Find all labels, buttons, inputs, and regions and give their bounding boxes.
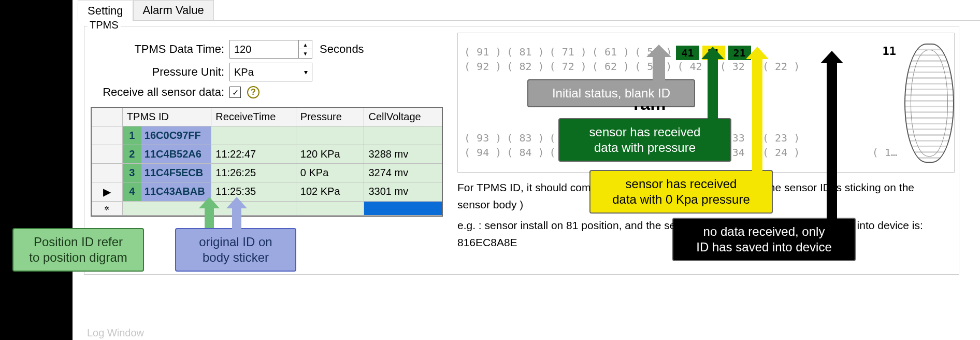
callout-no-data: no data received, only ID has saved into… <box>673 219 855 260</box>
arrow-icon <box>701 47 724 59</box>
pos-cell: 92 <box>463 60 502 73</box>
callout-position-id: Position ID refer to position digram <box>13 229 143 271</box>
col-id[interactable]: TPMS ID <box>123 108 211 126</box>
callout-zero-pressure: sensor has received data with 0 Kpa pres… <box>590 171 772 212</box>
cell-pressure: 120 KPa <box>296 145 365 164</box>
arrow-icon <box>752 58 762 172</box>
col-rowhdr <box>92 108 123 126</box>
pos-cell: 22 <box>761 60 801 73</box>
pos-cell: 81 <box>506 46 545 60</box>
pos-cell: 84 <box>506 146 545 159</box>
cell-pressure: 102 KPa <box>296 182 365 202</box>
arrow-icon <box>827 62 837 220</box>
pos-tractor-bottom: ( 1… <box>872 146 897 159</box>
pos-cell-active: 41 <box>676 46 699 60</box>
cell-time: 11:26:25 <box>211 164 296 182</box>
row-selector[interactable]: ✲ <box>92 202 123 216</box>
input-data-time[interactable]: 120 ▲ ▼ <box>229 40 312 59</box>
cell-pressure: 0 KPa <box>296 164 365 182</box>
row-selector[interactable] <box>92 145 123 164</box>
arrow-icon <box>653 56 665 82</box>
cell-voltage: 3301 mv <box>364 182 442 202</box>
table-row[interactable]: ✲ <box>92 202 442 216</box>
group-title: TPMS <box>88 19 121 31</box>
pos-cell: 62 <box>591 60 630 73</box>
cell-time: 11:22:47 <box>211 145 296 164</box>
callout-original-id: original ID on body sticker <box>176 229 295 271</box>
tabs: Setting Alarm Value <box>78 0 980 21</box>
callout-initial-status: Initial status, blank ID <box>528 80 694 106</box>
cell-body-id[interactable]: 11C4F5ECB <box>141 164 211 182</box>
tpms-grid: TPMS ID ReceiveTime Pressure CellVoltage… <box>91 107 443 217</box>
row-selector[interactable] <box>92 164 123 182</box>
row-pressure-unit: Pressure Unit: KPa ▾ <box>90 63 312 81</box>
log-window-label: Log Window <box>87 327 144 339</box>
pos-cell: 83 <box>506 132 545 144</box>
cell-body-id[interactable]: 11C4B52A6 <box>141 145 211 163</box>
value-data-time: 120 <box>234 44 251 55</box>
cell-body-id[interactable]: 16C0C97FF <box>141 126 211 145</box>
tab-alarm-value[interactable]: Alarm Value <box>133 0 214 20</box>
table-row[interactable]: 3 11C4F5ECB 11:26:25 0 KPa 3274 mv <box>92 164 442 182</box>
cell-voltage: 3288 mv <box>364 145 442 164</box>
truck-wheel-icon <box>904 44 954 163</box>
arrow-icon <box>226 197 247 208</box>
label-receive-all: Receive all sensor data: <box>90 86 229 99</box>
arrow-icon <box>708 58 718 120</box>
chevron-down-icon[interactable]: ▼ <box>299 49 312 58</box>
arrow-icon <box>820 51 843 63</box>
label-data-time: TPMS Data Time: <box>90 42 229 56</box>
row-selector[interactable] <box>92 126 123 145</box>
pos-cell: 71 <box>549 46 588 60</box>
checkbox-receive-all[interactable]: ✓ <box>229 87 241 98</box>
cell-pos-id[interactable]: 3 <box>123 164 141 182</box>
cell-voltage: 3274 mv <box>364 164 442 182</box>
unit-seconds: Seconds <box>320 42 364 56</box>
pos-cell: 82 <box>506 60 545 73</box>
pos-cell: 24 <box>761 146 801 159</box>
select-pressure-unit[interactable]: KPa ▾ <box>229 63 312 81</box>
pos-cell: 72 <box>549 60 588 73</box>
diagram-row: 92 82 72 62 52 42 32 22 <box>463 60 801 73</box>
cell-pressure <box>296 126 365 145</box>
arrow-icon <box>205 207 214 230</box>
chevron-up-icon[interactable]: ▲ <box>299 40 312 49</box>
col-time[interactable]: ReceiveTime <box>211 108 296 126</box>
col-pressure[interactable]: Pressure <box>296 108 365 126</box>
label-pressure-unit: Pressure Unit: <box>90 65 229 79</box>
tab-setting[interactable]: Setting <box>78 1 133 21</box>
arrow-icon <box>199 197 220 208</box>
arrow-icon <box>646 45 671 57</box>
table-row[interactable]: 2 11C4B52A6 11:22:47 120 KPa 3288 mv <box>92 145 442 164</box>
cell-voltage <box>364 126 442 145</box>
pos-cell: 94 <box>463 146 502 159</box>
pos-cell: 23 <box>761 132 801 144</box>
row-receive-all: Receive all sensor data: ✓ ? <box>90 86 260 99</box>
cell-time: 11:25:35 <box>211 182 296 202</box>
pos-cell: 91 <box>463 46 502 60</box>
value-pressure-unit: KPa <box>234 66 254 78</box>
cell-pos-id[interactable]: 4 <box>123 182 141 201</box>
callout-data-with-pressure: sensor has received data with pressure <box>559 119 730 161</box>
pos-tractor-top: 11 <box>882 45 898 58</box>
spinner-data-time[interactable]: ▲ ▼ <box>298 40 312 58</box>
pos-cell: 93 <box>463 132 502 144</box>
row-selector[interactable]: ▶ <box>92 182 123 202</box>
arrow-icon <box>746 47 769 59</box>
help-icon[interactable]: ? <box>247 86 260 98</box>
col-voltage[interactable]: CellVoltage <box>364 108 442 126</box>
pos-cell: 61 <box>591 46 630 60</box>
cell-time <box>211 126 296 145</box>
cell-pos-id[interactable]: 2 <box>123 145 141 163</box>
arrow-icon <box>232 207 241 230</box>
cell-pos-id[interactable]: 1 <box>123 126 141 145</box>
table-row[interactable]: 1 16C0C97FF <box>92 126 442 145</box>
row-data-time: TPMS Data Time: 120 ▲ ▼ Seconds <box>90 40 364 59</box>
chevron-down-icon: ▾ <box>304 68 308 76</box>
table-row[interactable]: ▶ 4 11C43ABAB 11:25:35 102 KPa 3301 mv <box>92 182 442 202</box>
